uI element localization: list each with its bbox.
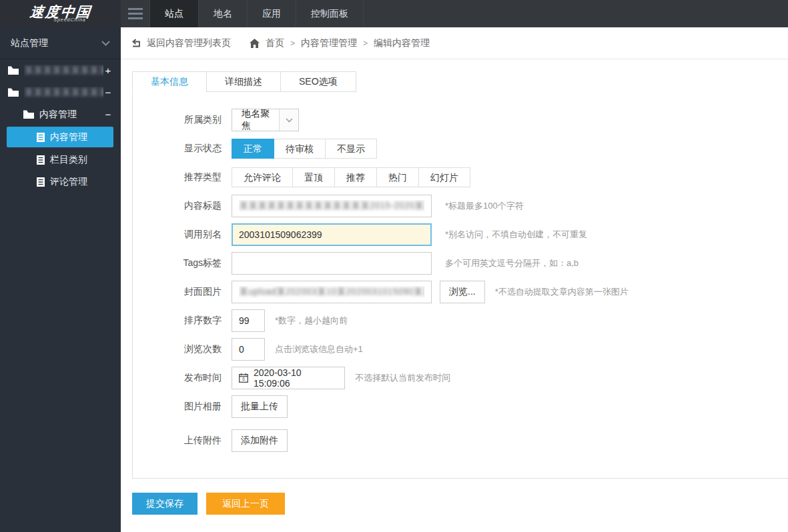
- alias-input[interactable]: [232, 223, 432, 246]
- status-normal-button[interactable]: 正常: [232, 139, 274, 159]
- form-row-sort: 排序数字 *数字，越小越向前: [133, 309, 788, 332]
- breadcrumb-content-management[interactable]: 内容管理管理: [301, 37, 357, 49]
- cover-hint: *不选自动提取文章内容第一张图片: [495, 286, 629, 298]
- sidebar-group-1-label: 某某某某某某某某某某: [24, 65, 103, 77]
- views-input[interactable]: [232, 338, 265, 361]
- chevron-down-icon[interactable]: [279, 109, 298, 131]
- sidebar-item-comment-management[interactable]: 评论管理: [0, 171, 121, 193]
- cover-label: 封面图片: [133, 286, 232, 298]
- status-label: 显示状态: [133, 143, 232, 155]
- recommend-label: 推荐类型: [133, 171, 232, 183]
- top-tab-site[interactable]: 站点: [150, 0, 199, 27]
- category-select[interactable]: 地名聚焦: [232, 109, 299, 131]
- document-icon: [37, 177, 45, 187]
- top-tab-control-panel[interactable]: 控制面板: [296, 0, 364, 27]
- title-label: 内容标题: [133, 200, 232, 212]
- form-row-publish-time: 发布时间 6 2020-03-10 15:09:06 不选择默认当前发布时间: [133, 367, 788, 389]
- tags-hint: 多个可用英文逗号分隔开，如：a,b: [445, 257, 578, 269]
- folder-icon: [23, 110, 34, 119]
- folder-icon: [8, 88, 19, 97]
- logo-title: 速度中国: [29, 5, 91, 19]
- form-row-views: 浏览次数 点击浏览该信息自动+1: [133, 338, 788, 361]
- views-hint: 点击浏览该信息自动+1: [275, 343, 363, 355]
- chevron-down-icon: [101, 41, 110, 46]
- tab-basic-info[interactable]: 基本信息: [132, 71, 207, 92]
- top-tab-apps[interactable]: 应用: [248, 0, 296, 27]
- sidebar-submenu-label: 内容管理: [39, 109, 103, 121]
- document-icon: [37, 155, 45, 165]
- folder-icon: [8, 66, 19, 75]
- status-pending-button[interactable]: 待审核: [274, 139, 326, 159]
- add-attachment-button[interactable]: 添加附件: [232, 429, 288, 452]
- return-arrow-icon: [132, 39, 142, 47]
- tab-detail-description[interactable]: 详细描述: [206, 71, 281, 92]
- sidebar-group-2[interactable]: 某某某某某某某某某 −: [0, 81, 121, 103]
- sidebar-item-column-category[interactable]: 栏目类别: [0, 149, 121, 171]
- basic-info-panel: 所属类别 地名聚焦 显示状态 正常 待审核 不显示 推荐类: [132, 91, 788, 479]
- expand-plus-icon[interactable]: +: [103, 65, 113, 76]
- form-actions: 提交保存 返回上一页: [132, 493, 788, 528]
- sort-hint: *数字，越小越向前: [275, 315, 348, 327]
- tab-seo-options[interactable]: SEO选项: [280, 71, 356, 92]
- form-row-recommend: 推荐类型 允许评论 置顶 推荐 热门 幻灯片: [133, 166, 788, 189]
- alias-label: 调用别名: [133, 229, 232, 241]
- views-label: 浏览次数: [133, 343, 232, 355]
- content-region: 基本信息 详细描述 SEO选项 所属类别 地名聚焦 显示状态 正常: [121, 59, 788, 528]
- sort-input[interactable]: [232, 309, 265, 332]
- title-input[interactable]: [232, 195, 432, 217]
- breadcrumb-trail: 首页 > 内容管理管理 > 编辑内容管理: [250, 37, 430, 49]
- attachment-label: 上传附件: [133, 435, 232, 447]
- allow-comment-button[interactable]: 允许评论: [232, 167, 293, 187]
- top-tab-placename[interactable]: 地名: [199, 0, 248, 27]
- tags-label: Tags标签: [133, 257, 232, 269]
- breadcrumb-separator: >: [363, 39, 368, 48]
- submit-save-button[interactable]: 提交保存: [132, 493, 198, 515]
- sidebar-submenu-content-management[interactable]: 内容管理 −: [0, 103, 121, 125]
- back-to-list-link[interactable]: 返回内容管理列表页: [132, 37, 231, 49]
- form-row-attachment: 上传附件 添加附件: [133, 429, 788, 452]
- publish-time-label: 发布时间: [133, 372, 232, 384]
- status-hidden-button[interactable]: 不显示: [325, 139, 377, 159]
- form-row-cover: 封面图片 浏览... *不选自动提取文章内容第一张图片: [133, 281, 788, 303]
- menu-hamburger-icon[interactable]: [121, 0, 150, 27]
- form-row-title: 内容标题 *标题最多100个字符: [133, 195, 788, 217]
- main-area: 返回内容管理列表页 首页 > 内容管理管理 > 编辑内容管理 基本信息 详细描述…: [121, 27, 788, 532]
- sidebar-item-label: 评论管理: [50, 176, 87, 188]
- sidebar-item-label: 栏目类别: [50, 154, 87, 166]
- collapse-minus-icon[interactable]: −: [103, 109, 113, 120]
- album-label: 图片相册: [133, 401, 232, 413]
- browse-button[interactable]: 浏览...: [440, 281, 485, 303]
- form-row-category: 所属类别 地名聚焦: [133, 109, 788, 131]
- breadcrumb: 返回内容管理列表页 首页 > 内容管理管理 > 编辑内容管理: [121, 27, 788, 59]
- back-previous-page-button[interactable]: 返回上一页: [206, 493, 285, 515]
- form-row-status: 显示状态 正常 待审核 不显示: [133, 137, 788, 160]
- top-nav: 站点 地名 应用 控制面板: [150, 0, 364, 27]
- breadcrumb-home[interactable]: 首页: [266, 37, 284, 49]
- publish-time-hint: 不选择默认当前发布时间: [355, 372, 450, 384]
- status-button-group: 正常 待审核 不显示: [232, 139, 377, 159]
- category-label: 所属类别: [133, 114, 232, 126]
- hot-button[interactable]: 热门: [376, 167, 419, 187]
- form-tabs: 基本信息 详细描述 SEO选项: [132, 71, 788, 92]
- recommend-button[interactable]: 推荐: [334, 167, 377, 187]
- collapse-minus-icon[interactable]: −: [103, 87, 113, 98]
- sidebar: 站点管理 某某某某某某某某某某 + 某某某某某某某某某 − 内容管理 − 内容管…: [0, 27, 121, 532]
- document-icon: [37, 133, 45, 142]
- form-row-tags: Tags标签 多个可用英文逗号分隔开，如：a,b: [133, 252, 788, 275]
- svg-text:6: 6: [242, 377, 245, 381]
- publish-time-input[interactable]: 6 2020-03-10 15:09:06: [232, 367, 345, 389]
- sidebar-group-1[interactable]: 某某某某某某某某某某 +: [0, 59, 121, 81]
- batch-upload-button[interactable]: 批量上传: [232, 395, 288, 418]
- tags-input[interactable]: [232, 252, 432, 275]
- calendar-icon: 6: [239, 373, 248, 383]
- breadcrumb-separator: >: [290, 39, 295, 48]
- cover-path-input[interactable]: [232, 281, 432, 303]
- sidebar-group-2-label: 某某某某某某某某某: [24, 87, 103, 99]
- sidebar-item-content-management[interactable]: 内容管理: [7, 127, 113, 147]
- sidebar-section-site-management[interactable]: 站点管理: [0, 27, 121, 59]
- home-icon[interactable]: [250, 39, 260, 48]
- breadcrumb-edit-content: 编辑内容管理: [374, 37, 430, 49]
- slideshow-button[interactable]: 幻灯片: [418, 167, 470, 187]
- pin-top-button[interactable]: 置顶: [292, 167, 335, 187]
- app-logo[interactable]: 速度中国 SpeedChina: [0, 0, 121, 27]
